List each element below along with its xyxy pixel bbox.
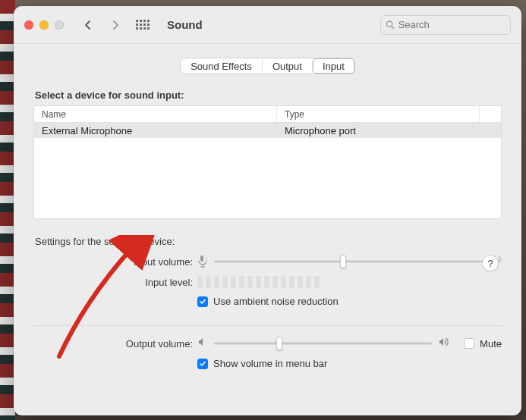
input-volume-slider[interactable] xyxy=(214,255,483,268)
input-volume-label: Input volume: xyxy=(33,256,197,268)
input-devices-table: Name Type External Microphone Microphone… xyxy=(33,105,502,219)
mute-checkbox[interactable]: Mute xyxy=(464,338,502,349)
help-button[interactable]: ? xyxy=(482,255,499,271)
minimize-window-button[interactable] xyxy=(39,20,49,30)
device-settings-heading: Settings for the selected device: xyxy=(35,236,502,247)
table-header: Name Type xyxy=(34,106,501,123)
window-title: Sound xyxy=(167,18,203,31)
speaker-low-icon xyxy=(197,337,208,350)
tab-input[interactable]: Input xyxy=(312,58,354,74)
svg-point-13 xyxy=(499,261,500,262)
back-button[interactable] xyxy=(77,15,99,35)
svg-point-7 xyxy=(206,262,207,263)
forward-button[interactable] xyxy=(105,15,126,35)
svg-point-12 xyxy=(499,259,500,260)
show-all-prefs-button[interactable] xyxy=(132,20,153,30)
device-type: Microphone port xyxy=(277,125,501,136)
titlebar: Sound xyxy=(14,6,521,44)
tab-sound-effects[interactable]: Sound Effects xyxy=(181,58,262,74)
microphone-low-icon xyxy=(197,255,208,268)
table-row[interactable]: External Microphone Microphone port xyxy=(34,123,501,138)
search-field[interactable] xyxy=(380,15,511,35)
input-level-label: Input level: xyxy=(33,277,197,288)
output-volume-slider[interactable] xyxy=(214,337,432,350)
input-level-meter xyxy=(197,276,320,288)
svg-point-6 xyxy=(206,259,207,261)
device-name: External Microphone xyxy=(34,125,277,136)
input-device-heading: Select a device for sound input: xyxy=(35,89,502,101)
search-icon xyxy=(386,20,395,30)
mute-label: Mute xyxy=(480,338,502,349)
sound-preferences-window: Sound Sound Effects Output Input Select … xyxy=(14,6,521,415)
window-controls xyxy=(24,20,64,30)
tab-output[interactable]: Output xyxy=(262,58,312,74)
search-input[interactable] xyxy=(398,19,506,30)
ambient-noise-reduction-checkbox[interactable]: Use ambient noise reduction xyxy=(197,296,339,307)
column-header-type[interactable]: Type xyxy=(277,106,480,122)
ambient-noise-reduction-label: Use ambient noise reduction xyxy=(213,296,339,307)
column-header-name[interactable]: Name xyxy=(34,106,277,122)
svg-rect-2 xyxy=(200,255,203,262)
output-volume-label: Output volume: xyxy=(33,338,197,349)
svg-line-1 xyxy=(392,27,394,29)
svg-point-14 xyxy=(500,258,502,259)
svg-point-5 xyxy=(206,257,207,259)
show-volume-menubar-label: Show volume in menu bar xyxy=(213,358,327,369)
close-window-button[interactable] xyxy=(24,20,33,30)
zoom-window-button[interactable] xyxy=(55,20,64,30)
grid-icon xyxy=(136,20,150,30)
svg-point-11 xyxy=(499,256,500,258)
tabs: Sound Effects Output Input xyxy=(33,58,502,74)
speaker-high-icon xyxy=(438,337,452,350)
show-volume-menubar-checkbox[interactable]: Show volume in menu bar xyxy=(197,358,327,369)
divider xyxy=(33,325,502,326)
svg-point-15 xyxy=(500,260,502,262)
